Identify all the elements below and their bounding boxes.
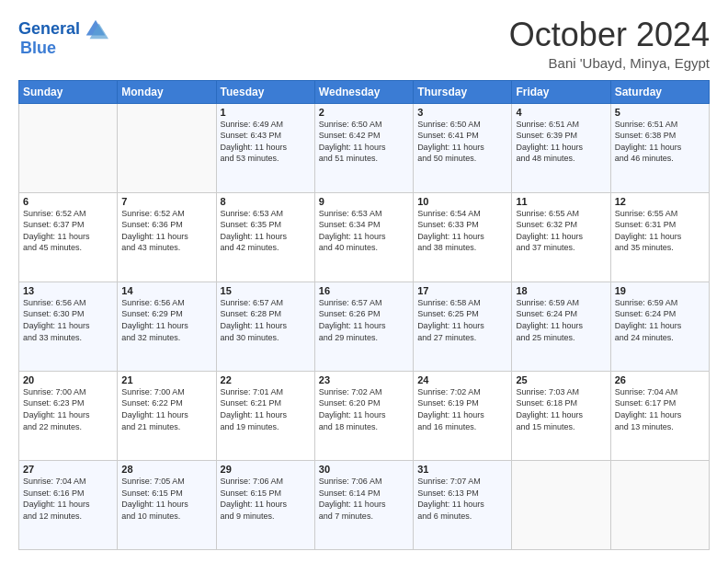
day-number: 21 (121, 374, 211, 385)
day-number: 19 (615, 285, 705, 296)
calendar-day-cell: 28Sunrise: 7:05 AM Sunset: 6:15 PM Dayli… (118, 460, 216, 549)
day-of-week-header: Tuesday (216, 80, 314, 103)
calendar-day-cell: 18Sunrise: 6:59 AM Sunset: 6:24 PM Dayli… (512, 282, 610, 371)
calendar-day-cell (118, 103, 216, 192)
calendar-day-cell: 27Sunrise: 7:04 AM Sunset: 6:16 PM Dayli… (19, 460, 118, 549)
day-info: Sunrise: 6:55 AM Sunset: 6:31 PM Dayligh… (615, 208, 705, 254)
title-block: October 2024 Bani 'Ubayd, Minya, Egypt (509, 17, 710, 71)
month-title: October 2024 (509, 17, 710, 53)
day-number: 5 (615, 107, 705, 118)
day-info: Sunrise: 7:04 AM Sunset: 6:17 PM Dayligh… (615, 386, 705, 432)
day-info: Sunrise: 7:00 AM Sunset: 6:22 PM Dayligh… (121, 386, 211, 432)
calendar-day-cell: 23Sunrise: 7:02 AM Sunset: 6:20 PM Dayli… (314, 371, 413, 460)
calendar-day-cell: 29Sunrise: 7:06 AM Sunset: 6:15 PM Dayli… (216, 460, 314, 549)
day-info: Sunrise: 7:06 AM Sunset: 6:14 PM Dayligh… (319, 476, 409, 522)
day-info: Sunrise: 6:59 AM Sunset: 6:24 PM Dayligh… (615, 297, 705, 343)
day-info: Sunrise: 7:05 AM Sunset: 6:15 PM Dayligh… (121, 476, 211, 522)
day-info: Sunrise: 6:56 AM Sunset: 6:30 PM Dayligh… (23, 297, 113, 343)
day-of-week-header: Saturday (610, 80, 709, 103)
calendar-day-cell: 12Sunrise: 6:55 AM Sunset: 6:31 PM Dayli… (610, 192, 709, 282)
day-number: 12 (615, 196, 705, 207)
calendar-day-cell: 24Sunrise: 7:02 AM Sunset: 6:19 PM Dayli… (414, 371, 512, 460)
calendar-week-row: 1Sunrise: 6:49 AM Sunset: 6:43 PM Daylig… (19, 103, 710, 192)
day-number: 27 (23, 464, 113, 475)
logo-icon (83, 17, 108, 42)
day-of-week-header: Friday (512, 80, 610, 103)
calendar-day-cell: 31Sunrise: 7:07 AM Sunset: 6:13 PM Dayli… (414, 460, 512, 549)
day-info: Sunrise: 7:06 AM Sunset: 6:15 PM Dayligh… (221, 476, 311, 522)
day-info: Sunrise: 7:02 AM Sunset: 6:20 PM Dayligh… (319, 386, 409, 432)
calendar-day-cell (512, 460, 610, 549)
day-number: 13 (23, 285, 113, 296)
calendar-day-cell: 25Sunrise: 7:03 AM Sunset: 6:18 PM Dayli… (512, 371, 610, 460)
calendar-table: SundayMondayTuesdayWednesdayThursdayFrid… (18, 80, 710, 550)
logo-general: General (18, 19, 80, 38)
day-number: 2 (319, 107, 409, 118)
calendar-day-cell: 17Sunrise: 6:58 AM Sunset: 6:25 PM Dayli… (414, 282, 512, 371)
day-number: 7 (121, 196, 211, 207)
day-number: 24 (417, 374, 507, 385)
calendar-day-cell: 30Sunrise: 7:06 AM Sunset: 6:14 PM Dayli… (314, 460, 413, 549)
day-number: 9 (319, 196, 409, 207)
day-number: 14 (121, 285, 211, 296)
calendar-day-cell: 2Sunrise: 6:50 AM Sunset: 6:42 PM Daylig… (314, 103, 413, 192)
day-info: Sunrise: 7:00 AM Sunset: 6:23 PM Dayligh… (23, 386, 113, 432)
calendar-day-cell: 11Sunrise: 6:55 AM Sunset: 6:32 PM Dayli… (512, 192, 610, 282)
day-info: Sunrise: 6:49 AM Sunset: 6:43 PM Dayligh… (221, 119, 311, 165)
day-number: 30 (319, 464, 409, 475)
day-number: 8 (221, 196, 311, 207)
day-number: 23 (319, 374, 409, 385)
day-number: 15 (221, 285, 311, 296)
calendar-day-cell (610, 460, 709, 549)
calendar-day-cell: 13Sunrise: 6:56 AM Sunset: 6:30 PM Dayli… (19, 282, 118, 371)
location: Bani 'Ubayd, Minya, Egypt (509, 55, 710, 71)
day-info: Sunrise: 6:50 AM Sunset: 6:42 PM Dayligh… (319, 119, 409, 165)
day-info: Sunrise: 6:58 AM Sunset: 6:25 PM Dayligh… (417, 297, 507, 343)
calendar-day-cell: 8Sunrise: 6:53 AM Sunset: 6:35 PM Daylig… (216, 192, 314, 282)
calendar-day-cell: 19Sunrise: 6:59 AM Sunset: 6:24 PM Dayli… (610, 282, 709, 371)
day-of-week-header: Thursday (414, 80, 512, 103)
logo-text: General (18, 20, 80, 39)
day-info: Sunrise: 7:07 AM Sunset: 6:13 PM Dayligh… (417, 476, 507, 522)
calendar-day-cell: 4Sunrise: 6:51 AM Sunset: 6:39 PM Daylig… (512, 103, 610, 192)
day-of-week-header: Monday (118, 80, 216, 103)
day-info: Sunrise: 6:52 AM Sunset: 6:37 PM Dayligh… (23, 208, 113, 254)
day-info: Sunrise: 7:01 AM Sunset: 6:21 PM Dayligh… (221, 386, 311, 432)
day-number: 4 (516, 107, 606, 118)
day-info: Sunrise: 6:51 AM Sunset: 6:39 PM Dayligh… (516, 119, 606, 165)
calendar-day-cell: 6Sunrise: 6:52 AM Sunset: 6:37 PM Daylig… (19, 192, 118, 282)
calendar-day-cell: 20Sunrise: 7:00 AM Sunset: 6:23 PM Dayli… (19, 371, 118, 460)
day-number: 25 (516, 374, 606, 385)
calendar-week-row: 27Sunrise: 7:04 AM Sunset: 6:16 PM Dayli… (19, 460, 710, 549)
day-info: Sunrise: 6:54 AM Sunset: 6:33 PM Dayligh… (417, 208, 507, 254)
day-info: Sunrise: 6:51 AM Sunset: 6:38 PM Dayligh… (615, 119, 705, 165)
day-number: 22 (221, 374, 311, 385)
day-number: 28 (121, 464, 211, 475)
day-info: Sunrise: 7:04 AM Sunset: 6:16 PM Dayligh… (23, 476, 113, 522)
calendar-day-cell: 22Sunrise: 7:01 AM Sunset: 6:21 PM Dayli… (216, 371, 314, 460)
day-info: Sunrise: 6:52 AM Sunset: 6:36 PM Dayligh… (121, 208, 211, 254)
day-number: 11 (516, 196, 606, 207)
calendar-day-cell: 9Sunrise: 6:53 AM Sunset: 6:34 PM Daylig… (314, 192, 413, 282)
calendar-day-cell: 21Sunrise: 7:00 AM Sunset: 6:22 PM Dayli… (118, 371, 216, 460)
day-info: Sunrise: 6:53 AM Sunset: 6:35 PM Dayligh… (221, 208, 311, 254)
day-info: Sunrise: 6:56 AM Sunset: 6:29 PM Dayligh… (121, 297, 211, 343)
calendar-day-cell: 7Sunrise: 6:52 AM Sunset: 6:36 PM Daylig… (118, 192, 216, 282)
day-number: 31 (417, 464, 507, 475)
day-number: 26 (615, 374, 705, 385)
calendar-header-row: SundayMondayTuesdayWednesdayThursdayFrid… (19, 80, 710, 103)
day-info: Sunrise: 6:55 AM Sunset: 6:32 PM Dayligh… (516, 208, 606, 254)
day-info: Sunrise: 6:57 AM Sunset: 6:26 PM Dayligh… (319, 297, 409, 343)
logo: General Blue (18, 17, 108, 58)
calendar-day-cell: 1Sunrise: 6:49 AM Sunset: 6:43 PM Daylig… (216, 103, 314, 192)
calendar-day-cell: 26Sunrise: 7:04 AM Sunset: 6:17 PM Dayli… (610, 371, 709, 460)
day-info: Sunrise: 7:03 AM Sunset: 6:18 PM Dayligh… (516, 386, 606, 432)
day-info: Sunrise: 7:02 AM Sunset: 6:19 PM Dayligh… (417, 386, 507, 432)
header: General Blue October 2024 Bani 'Ubayd, M… (18, 17, 710, 71)
calendar-week-row: 20Sunrise: 7:00 AM Sunset: 6:23 PM Dayli… (19, 371, 710, 460)
day-of-week-header: Sunday (19, 80, 118, 103)
calendar-week-row: 6Sunrise: 6:52 AM Sunset: 6:37 PM Daylig… (19, 192, 710, 282)
calendar-day-cell (19, 103, 118, 192)
day-number: 29 (221, 464, 311, 475)
day-info: Sunrise: 6:59 AM Sunset: 6:24 PM Dayligh… (516, 297, 606, 343)
